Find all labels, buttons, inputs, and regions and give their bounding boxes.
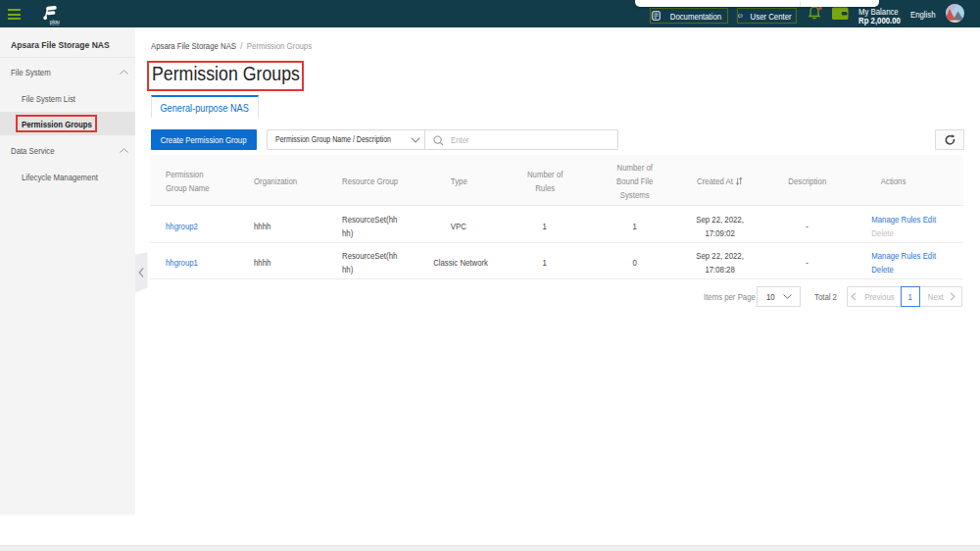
svg-text:plou: plou xyxy=(50,19,60,25)
